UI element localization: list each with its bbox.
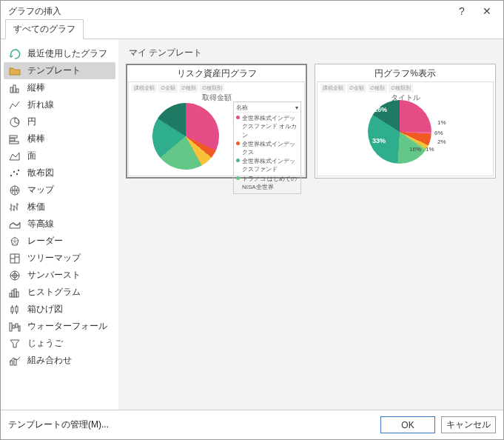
radar-chart-icon [8, 236, 21, 247]
scatter-chart-icon [8, 167, 21, 179]
sidebar-item-scatter[interactable]: 散布図 [4, 164, 115, 181]
data-label: 6% [434, 130, 443, 136]
sidebar-item-label: じょうご [27, 337, 63, 350]
data-label: 16% [374, 106, 387, 113]
legend-dot-icon [236, 141, 240, 145]
sidebar-item-label: 散布図 [27, 167, 54, 179]
sidebar-item-map[interactable]: マップ [4, 181, 115, 199]
sidebar-item-label: 箱ひげ図 [27, 303, 63, 316]
close-icon: ✕ [483, 5, 491, 17]
svg-rect-19 [11, 307, 13, 312]
help-button[interactable]: ? [450, 3, 474, 19]
sidebar-item-label: 最近使用したグラフ [27, 47, 107, 60]
line-chart-icon [8, 99, 21, 111]
sidebar-item-boxwhisker[interactable]: 箱ひげ図 [4, 301, 115, 318]
svg-rect-1 [13, 85, 16, 93]
sidebar-item-surface[interactable]: 等高線 [4, 216, 115, 233]
funnel-icon [8, 338, 21, 350]
sidebar-item-label: 組み合わせ [27, 354, 72, 367]
svg-rect-24 [19, 326, 20, 331]
sidebar-item-waterfall[interactable]: ウォーターフォール [4, 318, 115, 335]
svg-rect-18 [16, 292, 19, 297]
data-label: 1% [426, 146, 434, 153]
sunburst-icon [8, 270, 21, 281]
bar-chart-icon [8, 133, 21, 145]
surface-chart-icon [8, 219, 21, 230]
combo-chart-icon [8, 355, 21, 367]
sidebar-item-label: 円 [27, 116, 36, 128]
dialog-body: 最近使用したグラフ テンプレート 縦棒 折れ線 円 横棒 [1, 39, 503, 410]
sidebar-item-templates[interactable]: テンプレート [4, 62, 115, 79]
area-chart-icon [8, 150, 21, 162]
sidebar-item-bar[interactable]: 横棒 [4, 130, 115, 147]
sidebar-item-label: ウォーターフォール [27, 320, 107, 333]
main-panel: マイ テンプレート リスク資産円グラフ 課税金額∅金額∅種類∅種類別 取得金額 … [118, 39, 503, 410]
sidebar-item-label: 株価 [27, 201, 45, 213]
sidebar-item-label: マップ [27, 184, 54, 196]
sidebar-item-label: 等高線 [27, 218, 54, 230]
sidebar-item-treemap[interactable]: ツリーマップ [4, 250, 115, 267]
svg-rect-21 [10, 323, 12, 331]
sidebar-item-radar[interactable]: レーダー [4, 233, 115, 250]
svg-rect-2 [16, 89, 19, 93]
tabstrip: すべてのグラフ [1, 21, 503, 39]
column-chart-icon [8, 82, 21, 94]
data-label: 2% [437, 139, 446, 145]
sidebar-item-area[interactable]: 面 [4, 147, 115, 164]
svg-rect-4 [10, 136, 17, 138]
sidebar-item-label: レーダー [27, 235, 63, 247]
svg-rect-6 [10, 141, 19, 144]
sidebar-item-combo[interactable]: 組み合わせ [4, 352, 115, 369]
cancel-button[interactable]: キャンセル [441, 416, 496, 433]
folder-icon [8, 65, 21, 77]
legend-dot-icon [236, 159, 240, 162]
template-thumbnail[interactable]: リスク資産円グラフ 課税金額∅金額∅種類∅種類別 取得金額 名称▾ 全世界株式イ… [126, 64, 307, 179]
svg-point-8 [13, 170, 15, 172]
footer-bar: テンプレートの管理(M)... OK キャンセル [1, 410, 503, 439]
sidebar-item-recent[interactable]: 最近使用したグラフ [4, 45, 115, 62]
svg-rect-5 [10, 139, 15, 141]
sidebar-item-label: 面 [27, 150, 36, 162]
sidebar-item-label: 縦棒 [27, 81, 45, 94]
sidebar-item-sunburst[interactable]: サンバースト [4, 267, 115, 284]
svg-rect-0 [10, 87, 13, 93]
close-button[interactable]: ✕ [475, 3, 499, 19]
data-label: 33% [372, 137, 386, 144]
template-thumbnail[interactable]: 円グラフ%表示 課税金額∅金額∅種類∅種類別 タイトル 16% 33% 1% 6… [315, 64, 496, 179]
svg-rect-20 [16, 307, 18, 312]
sidebar-item-histogram[interactable]: ヒストグラム [4, 284, 115, 301]
sidebar-item-line[interactable]: 折れ線 [4, 96, 115, 113]
sidebar-item-label: 折れ線 [27, 99, 54, 111]
template-preview: 課税金額∅金額∅種類∅種類別 取得金額 名称▾ 全世界株式インデックスファンド … [128, 81, 305, 176]
sidebar-item-stock[interactable]: 株価 [4, 199, 115, 216]
sidebar-item-label: サンバースト [27, 269, 81, 281]
stock-chart-icon [8, 201, 21, 213]
sidebar-item-pie[interactable]: 円 [4, 113, 115, 130]
sidebar-item-label: ヒストグラム [27, 286, 81, 299]
insert-chart-dialog: グラフの挿入 ? ✕ すべてのグラフ 最近使用したグラフ テンプレート 縦棒 折… [0, 0, 504, 440]
svg-rect-26 [14, 359, 16, 365]
legend-dot-icon [236, 176, 240, 180]
map-chart-icon [8, 184, 21, 196]
treemap-icon [8, 253, 21, 264]
section-title: マイ テンプレート [126, 47, 496, 59]
sidebar-item-column[interactable]: 縦棒 [4, 79, 115, 96]
ok-button[interactable]: OK [380, 416, 435, 433]
preview-tabs: 課税金額∅金額∅種類∅種類別 [320, 84, 490, 93]
titlebar: グラフの挿入 ? ✕ [1, 1, 503, 21]
legend-box: 名称▾ 全世界株式インデックスファンド オルカン 全世界株式インデックス 全世界… [233, 101, 301, 194]
sidebar-item-label: 横棒 [27, 133, 45, 145]
sidebar-item-funnel[interactable]: じょうご [4, 335, 115, 352]
dialog-title: グラフの挿入 [8, 5, 448, 18]
svg-rect-23 [16, 324, 18, 327]
manage-templates-link[interactable]: テンプレートの管理(M)... [8, 419, 109, 431]
sidebar-item-label: テンプレート [27, 64, 81, 77]
pie-chart-icon [8, 116, 21, 128]
tab-all-charts[interactable]: すべてのグラフ [5, 19, 84, 39]
recent-icon [8, 48, 21, 60]
svg-rect-22 [13, 325, 15, 328]
template-title: リスク資産円グラフ [128, 66, 305, 81]
chart-type-sidebar: 最近使用したグラフ テンプレート 縦棒 折れ線 円 横棒 [1, 39, 118, 410]
histogram-icon [8, 287, 21, 299]
help-icon: ? [459, 5, 465, 17]
